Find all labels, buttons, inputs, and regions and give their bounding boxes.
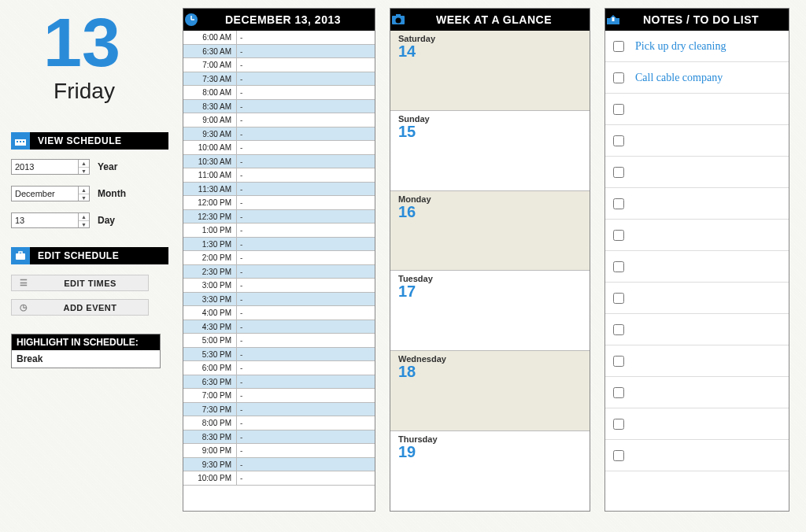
schedule-row[interactable]: 5:30 PM- bbox=[183, 348, 375, 362]
todo-text[interactable]: Pick up dry cleaning bbox=[635, 40, 726, 53]
month-down[interactable]: ▼ bbox=[79, 194, 89, 201]
slot-event[interactable]: - bbox=[237, 100, 375, 113]
slot-event[interactable]: - bbox=[237, 196, 375, 209]
schedule-row[interactable]: 9:30 PM- bbox=[183, 458, 375, 472]
todo-checkbox[interactable] bbox=[613, 324, 624, 335]
week-day[interactable]: Thursday19 bbox=[390, 431, 590, 511]
week-day[interactable]: Sunday15 bbox=[390, 111, 590, 191]
slot-event[interactable]: - bbox=[237, 348, 375, 361]
slot-event[interactable]: - bbox=[237, 334, 375, 347]
month-up[interactable]: ▲ bbox=[79, 187, 89, 194]
slot-event[interactable]: - bbox=[237, 403, 375, 416]
slot-event[interactable]: - bbox=[237, 168, 375, 182]
slot-event[interactable]: - bbox=[237, 72, 375, 86]
week-day[interactable]: Saturday14 bbox=[390, 31, 590, 111]
slot-event[interactable]: - bbox=[237, 210, 375, 224]
slot-event[interactable]: - bbox=[237, 251, 375, 264]
day-stepper[interactable]: 13 ▲▼ bbox=[11, 212, 90, 228]
schedule-row[interactable]: 6:00 AM- bbox=[183, 31, 375, 45]
todo-checkbox[interactable] bbox=[613, 135, 624, 146]
schedule-row[interactable]: 9:00 AM- bbox=[183, 113, 375, 127]
slot-event[interactable]: - bbox=[237, 265, 375, 279]
slot-event[interactable]: - bbox=[237, 293, 375, 306]
schedule-row[interactable]: 3:00 PM- bbox=[183, 279, 375, 293]
todo-checkbox[interactable] bbox=[613, 41, 624, 52]
day-down[interactable]: ▼ bbox=[79, 221, 89, 228]
schedule-row[interactable]: 9:00 PM- bbox=[183, 444, 375, 458]
todo-checkbox[interactable] bbox=[613, 167, 624, 178]
schedule-row[interactable]: 8:00 PM- bbox=[183, 416, 375, 430]
slot-event[interactable]: - bbox=[237, 183, 375, 196]
schedule-row[interactable]: 2:00 PM- bbox=[183, 251, 375, 265]
week-day[interactable]: Wednesday18 bbox=[390, 351, 590, 431]
todo-checkbox[interactable] bbox=[613, 293, 624, 304]
slot-event[interactable]: - bbox=[237, 31, 375, 44]
schedule-row[interactable]: 6:30 AM- bbox=[183, 45, 375, 59]
year-up[interactable]: ▲ bbox=[79, 160, 89, 168]
slot-event[interactable]: - bbox=[237, 45, 375, 58]
slot-event[interactable]: - bbox=[237, 444, 375, 457]
month-stepper[interactable]: December ▲▼ bbox=[11, 186, 90, 201]
slot-event[interactable]: - bbox=[237, 113, 375, 127]
schedule-row[interactable]: 12:00 PM- bbox=[183, 196, 375, 210]
week-day[interactable]: Tuesday17 bbox=[390, 271, 590, 351]
schedule-row[interactable]: 4:30 PM- bbox=[183, 320, 375, 334]
todo-checkbox[interactable] bbox=[613, 450, 624, 461]
todo-text[interactable]: Call cable company bbox=[635, 72, 723, 84]
slot-event[interactable]: - bbox=[237, 127, 375, 141]
schedule-row[interactable]: 3:30 PM- bbox=[183, 293, 375, 307]
schedule-row[interactable]: 4:00 PM- bbox=[183, 306, 375, 320]
schedule-row[interactable]: 6:30 PM- bbox=[183, 375, 375, 390]
slot-event[interactable]: - bbox=[237, 86, 375, 99]
todo-checkbox[interactable] bbox=[613, 387, 624, 398]
schedule-row[interactable]: 1:00 PM- bbox=[183, 224, 375, 238]
slot-event[interactable]: - bbox=[237, 279, 375, 292]
year-down[interactable]: ▼ bbox=[79, 168, 89, 175]
slot-event[interactable]: - bbox=[237, 58, 375, 72]
slot-event[interactable]: - bbox=[237, 389, 375, 402]
todo-checkbox[interactable] bbox=[613, 419, 624, 430]
year-stepper[interactable]: 2013 ▲▼ bbox=[11, 159, 90, 175]
schedule-row[interactable]: 7:00 AM- bbox=[183, 58, 375, 72]
schedule-row[interactable]: 8:30 PM- bbox=[183, 430, 375, 445]
slot-event[interactable]: - bbox=[237, 416, 375, 430]
schedule-row[interactable]: 2:30 PM- bbox=[183, 265, 375, 279]
slot-event[interactable]: - bbox=[237, 471, 375, 485]
edit-times-button[interactable]: ☰ EDIT TIMES bbox=[11, 275, 149, 291]
todo-checkbox[interactable] bbox=[613, 261, 624, 272]
week-day[interactable]: Monday16 bbox=[390, 191, 590, 272]
schedule-row[interactable]: 7:00 PM- bbox=[183, 389, 375, 403]
schedule-row[interactable]: 10:00 PM- bbox=[183, 471, 375, 486]
slot-event[interactable]: - bbox=[237, 224, 375, 237]
schedule-row[interactable]: 11:30 AM- bbox=[183, 183, 375, 197]
add-event-button[interactable]: ◷ ADD EVENT bbox=[11, 299, 149, 316]
todo-checkbox[interactable] bbox=[613, 198, 624, 209]
schedule-row[interactable]: 9:30 AM- bbox=[183, 127, 375, 142]
slot-event[interactable]: - bbox=[237, 361, 375, 375]
schedule-row[interactable]: 5:00 PM- bbox=[183, 334, 375, 348]
schedule-row[interactable]: 12:30 PM- bbox=[183, 210, 375, 224]
slot-event[interactable]: - bbox=[237, 375, 375, 389]
schedule-row[interactable]: 8:30 AM- bbox=[183, 100, 375, 114]
slot-event[interactable]: - bbox=[237, 320, 375, 334]
slot-event[interactable]: - bbox=[237, 430, 375, 444]
day-up[interactable]: ▲ bbox=[79, 213, 89, 221]
todo-checkbox[interactable] bbox=[613, 230, 624, 241]
slot-event[interactable]: - bbox=[237, 141, 375, 154]
todo-checkbox[interactable] bbox=[613, 104, 624, 115]
todo-checkbox[interactable] bbox=[613, 356, 624, 367]
schedule-row[interactable]: 10:00 AM- bbox=[183, 141, 375, 155]
schedule-row[interactable]: 6:00 PM- bbox=[183, 361, 375, 375]
schedule-row[interactable]: 8:00 AM- bbox=[183, 86, 375, 100]
slot-event[interactable]: - bbox=[237, 306, 375, 320]
schedule-row[interactable]: 1:30 PM- bbox=[183, 238, 375, 252]
highlight-value[interactable]: Break bbox=[12, 350, 160, 368]
schedule-row[interactable]: 7:30 PM- bbox=[183, 403, 375, 417]
schedule-row[interactable]: 11:00 AM- bbox=[183, 168, 375, 183]
slot-event[interactable]: - bbox=[237, 155, 375, 168]
schedule-row[interactable]: 10:30 AM- bbox=[183, 155, 375, 169]
slot-event[interactable]: - bbox=[237, 458, 375, 471]
todo-checkbox[interactable] bbox=[613, 72, 624, 83]
slot-event[interactable]: - bbox=[237, 238, 375, 251]
schedule-row[interactable]: 7:30 AM- bbox=[183, 72, 375, 87]
